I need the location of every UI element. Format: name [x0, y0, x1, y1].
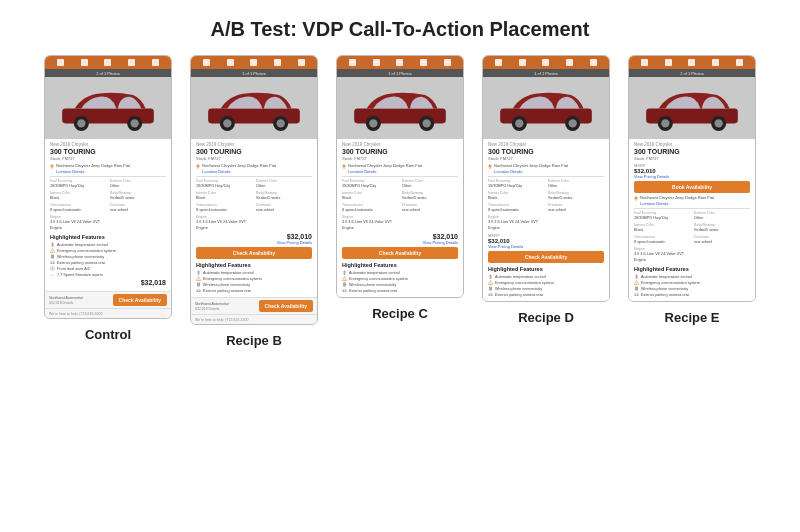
variant-col-control: 1 of 1 Photos New 2019 Chrysler300 TOURI…	[40, 55, 176, 348]
feature-item: Wireless phone connectivity	[50, 254, 166, 259]
cta-button[interactable]: Check Availability	[196, 247, 312, 259]
nav-icon[interactable]	[128, 59, 135, 66]
nav-icon[interactable]	[641, 59, 648, 66]
price-link[interactable]: View Pricing Details	[277, 240, 312, 245]
svg-point-68	[636, 277, 638, 279]
spec-item: Exterior Color Other	[256, 179, 312, 190]
nav-icon[interactable]	[104, 59, 111, 66]
feature-text: Exterior parking camera rear	[349, 289, 397, 293]
spec-value: rear-wheel	[256, 208, 312, 214]
phone-mockup-recipe-d: 1 of 1 Photos New 2019 Chrysler300 TOURI…	[482, 55, 610, 302]
variant-col-recipe-c: 1 of 1 Photos New 2019 Chrysler300 TOURI…	[332, 55, 468, 348]
price-row: $32,010 View Pricing Details	[196, 233, 312, 245]
spec-value: 3.6 3.6-Liter V6 24-Valve VVT Engine	[50, 220, 106, 231]
divider	[50, 176, 166, 177]
spec-value: 8 speed automatic	[342, 208, 398, 214]
msrp-row: MSRP $32,010 View Pricing Details	[634, 163, 750, 179]
feature-item: Exterior parking camera rear	[196, 288, 312, 293]
location-link[interactable]: Location Details	[640, 201, 714, 206]
nav-icon[interactable]	[712, 59, 719, 66]
price-link[interactable]: View Pricing Details	[423, 240, 458, 245]
phone-nav	[45, 56, 171, 69]
spec-item: Transmission 8 speed automatic	[50, 203, 106, 214]
variant-col-recipe-d: 1 of 1 Photos New 2019 Chrysler300 TOURI…	[478, 55, 614, 348]
nav-icon[interactable]	[665, 59, 672, 66]
nav-icon[interactable]	[250, 59, 257, 66]
feature-item: !Emergency communication system	[196, 276, 312, 281]
location-link[interactable]: Location Details	[56, 169, 130, 174]
spec-item: Fuel Economy 19/30MPG Hwy/City	[50, 179, 106, 190]
car-image-area	[45, 77, 171, 139]
phone-mockup-recipe-c: 1 of 1 Photos New 2019 Chrysler300 TOURI…	[336, 55, 464, 298]
features-section-title: Highlighted Features	[50, 234, 166, 240]
nav-icon[interactable]	[736, 59, 743, 66]
nav-icon[interactable]	[57, 59, 64, 66]
location-link[interactable]: Location Details	[348, 169, 422, 174]
cta-button[interactable]: Check Availability	[488, 251, 604, 263]
view-pricing-link[interactable]: View Pricing Details	[634, 174, 669, 179]
svg-point-58	[490, 294, 492, 296]
spec-value: 19/30MPG Hwy/City	[342, 184, 398, 190]
view-pricing-link[interactable]: View Pricing Details	[488, 244, 523, 249]
nav-icon[interactable]	[688, 59, 695, 66]
nav-icon[interactable]	[519, 59, 526, 66]
feature-item: !Emergency communication system	[634, 280, 750, 285]
feature-item: Front dual zone A/C	[50, 266, 166, 271]
nav-icon[interactable]	[274, 59, 281, 66]
photo-strip: 1 of 1 Photos	[629, 69, 755, 77]
feature-text: 7.7 Speed Sensitive wipers	[57, 273, 103, 277]
location-link[interactable]: Location Details	[202, 169, 276, 174]
nav-icon[interactable]	[373, 59, 380, 66]
spec-value: 3.6 3.6-Liter V6 24-Valve VVT Engine	[196, 220, 252, 231]
feature-item: Wireless phone connectivity	[342, 282, 458, 287]
spec-value: 8 speed automatic	[50, 208, 106, 214]
nav-icon[interactable]	[81, 59, 88, 66]
feature-text: Wireless phone connectivity	[57, 255, 104, 259]
car-stock: Stock: FM727	[342, 156, 458, 161]
nav-icon[interactable]	[227, 59, 234, 66]
svg-point-33	[369, 119, 377, 127]
nav-icon[interactable]	[396, 59, 403, 66]
feature-item: !Emergency communication system	[342, 276, 458, 281]
nav-icon[interactable]	[420, 59, 427, 66]
feature-text: Emergency communication system	[495, 281, 554, 285]
spec-item: Fuel Economy 19/30MPG Hwy/City	[196, 179, 252, 190]
spec-value: Other	[402, 184, 458, 190]
nav-icon[interactable]	[590, 59, 597, 66]
variants-row: 1 of 1 Photos New 2019 Chrysler300 TOURI…	[0, 55, 800, 348]
spec-value: rear-wheel	[110, 208, 166, 214]
cta-button[interactable]: Book Availability	[634, 181, 750, 193]
phone-nav	[191, 56, 317, 69]
nav-icon[interactable]	[152, 59, 159, 66]
nav-icon[interactable]	[444, 59, 451, 66]
phone-nav	[483, 56, 609, 69]
nav-icon[interactable]	[349, 59, 356, 66]
spec-value: 19/30MPG Hwy/City	[50, 184, 106, 190]
nav-icon[interactable]	[298, 59, 305, 66]
svg-point-63	[715, 119, 723, 127]
feature-list: Automatic temperature control!Emergency …	[342, 270, 458, 293]
location-link[interactable]: Location Details	[494, 169, 568, 174]
bottom-bar: Northwest Automotive $32,018 Details Che…	[45, 291, 171, 308]
nav-icon[interactable]	[495, 59, 502, 66]
spec-item: Interior Color Black	[342, 191, 398, 202]
cta-button[interactable]: Check Availability	[342, 247, 458, 259]
spec-value: 19/30MPG Hwy/City	[196, 184, 252, 190]
cta-button[interactable]: Check Availability	[259, 300, 313, 312]
nav-icon[interactable]	[566, 59, 573, 66]
svg-point-24	[197, 166, 198, 167]
nav-icon[interactable]	[542, 59, 549, 66]
spec-item: Interior Color Black	[196, 191, 252, 202]
spec-item: Drivetrain rear-wheel	[402, 203, 458, 214]
svg-point-4	[131, 119, 139, 127]
features-section-title: Highlighted Features	[634, 266, 750, 272]
divider	[196, 176, 312, 177]
spec-item: Engine 3.6 3.6-Liter V6 24-Valve VVT Eng…	[50, 215, 106, 232]
feature-text: Automatic temperature control	[495, 275, 546, 279]
spec-value: Sedan/5 seats	[694, 228, 750, 234]
cta-button[interactable]: Check Availability	[113, 294, 167, 306]
spec-value: Sedan/5 seats	[110, 196, 166, 202]
nav-icon[interactable]	[203, 59, 210, 66]
feature-item: Wireless phone connectivity	[488, 286, 604, 291]
price-value: $32,018	[141, 279, 166, 286]
